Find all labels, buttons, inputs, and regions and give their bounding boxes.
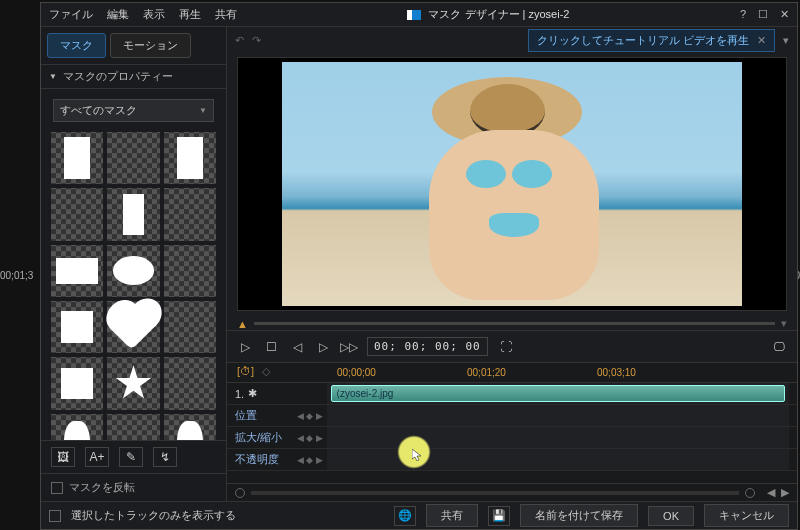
menu-edit[interactable]: 編集: [107, 7, 129, 22]
menu-share[interactable]: 共有: [215, 7, 237, 22]
menu-file[interactable]: ファイル: [49, 7, 93, 22]
mask-shape-empty-6[interactable]: [164, 357, 216, 409]
preview-viewport: [237, 57, 787, 311]
mask-shape-rect-wide[interactable]: [51, 245, 103, 297]
playhead-marker-icon: ▲: [237, 318, 248, 330]
zoom-in-icon[interactable]: [745, 488, 755, 498]
only-selected-checkbox[interactable]: [49, 510, 61, 522]
fast-forward-button[interactable]: ▷▷: [341, 339, 357, 355]
track-1[interactable]: ⟨zyosei-2.jpg: [327, 383, 789, 404]
titlebar: ファイル 編集 表示 再生 共有 マスク デザイナー | zyosei-2 ? …: [41, 3, 797, 27]
help-icon[interactable]: ?: [740, 8, 746, 21]
image-mask-icon[interactable]: 🖼: [51, 447, 75, 467]
section-mask-properties[interactable]: マスクのプロパティー: [41, 64, 226, 89]
stop-button[interactable]: ☐: [263, 339, 279, 355]
preview-scrubber[interactable]: [254, 322, 775, 325]
mask-shape-rect-narrow[interactable]: [107, 188, 159, 240]
cancel-button[interactable]: キャンセル: [704, 504, 789, 527]
track-scale-label[interactable]: 拡大/縮小: [235, 430, 282, 445]
mask-shape-person-1[interactable]: [51, 414, 103, 440]
text-mask-icon[interactable]: A+: [85, 447, 109, 467]
fullscreen-button[interactable]: ⛶: [498, 339, 514, 355]
track-opacity[interactable]: [327, 449, 789, 470]
keyframe-nav-opacity[interactable]: ◀ ◆ ▶: [297, 455, 323, 465]
mask-category-dropdown[interactable]: すべてのマスク: [53, 99, 214, 122]
menu-view[interactable]: 表示: [143, 7, 165, 22]
close-icon[interactable]: ✕: [780, 8, 789, 21]
share-button[interactable]: 共有: [426, 504, 478, 527]
keyframe-nav-scale[interactable]: ◀ ◆ ▶: [297, 433, 323, 443]
mask-shape-empty-3[interactable]: [164, 188, 216, 240]
timeline-ruler[interactable]: [⏱]◇ 00;00;00 00;01;20 00;03;10: [227, 363, 797, 383]
play-button[interactable]: ▷: [237, 339, 253, 355]
cursor-arrow-icon: [412, 449, 422, 461]
app-icon: [407, 10, 421, 20]
left-panel: マスク モーション マスクのプロパティー すべてのマスク: [41, 27, 227, 501]
maximize-icon[interactable]: ☐: [758, 8, 768, 21]
mask-shape-rect-tall[interactable]: [51, 132, 103, 184]
bg-time-left: 00;01;3: [0, 270, 33, 281]
only-selected-label: 選択したトラックのみを表示する: [71, 508, 236, 523]
zoom-chevron-right-icon[interactable]: ▶: [781, 486, 789, 499]
track-opacity-label[interactable]: 不透明度: [235, 452, 279, 467]
timecode-display[interactable]: 00; 00; 00; 00: [367, 337, 488, 356]
timeline-scrollbar[interactable]: [251, 491, 739, 495]
tab-motion[interactable]: モーション: [110, 33, 191, 58]
zoom-out-icon[interactable]: [235, 488, 245, 498]
invert-mask-label: マスクを反転: [69, 480, 135, 495]
next-frame-button[interactable]: ▷: [315, 339, 331, 355]
undo-icon[interactable]: ↶: [235, 34, 244, 47]
mask-shape-clover[interactable]: [51, 301, 103, 353]
mask-designer-dialog: ファイル 編集 表示 再生 共有 マスク デザイナー | zyosei-2 ? …: [40, 2, 798, 530]
save-icon[interactable]: 💾: [488, 506, 510, 526]
invert-mask-checkbox[interactable]: [51, 482, 63, 494]
ok-button[interactable]: OK: [648, 506, 694, 526]
preview-menu-icon[interactable]: ▾: [783, 34, 789, 47]
mask-shape-star[interactable]: [107, 357, 159, 409]
mask-shape-empty-2[interactable]: [51, 188, 103, 240]
mask-shape-person-2[interactable]: [164, 414, 216, 440]
mask-shape-square[interactable]: [51, 357, 103, 409]
timeline: [⏱]◇ 00;00;00 00;01;20 00;03;10 1. ✱ ⟨zy…: [227, 363, 797, 501]
ruler-zoom-icon[interactable]: ◇: [262, 365, 270, 378]
tutorial-close-icon[interactable]: ✕: [757, 34, 766, 47]
mask-grid: [51, 132, 216, 440]
snapshot-button[interactable]: 🖵: [771, 339, 787, 355]
mask-shape-empty[interactable]: [107, 132, 159, 184]
scrubber-end-icon: ▾: [781, 317, 787, 330]
track-position[interactable]: [327, 405, 789, 426]
mask-shape-heart[interactable]: [107, 301, 159, 353]
mask-shape-ellipse[interactable]: [107, 245, 159, 297]
tab-mask[interactable]: マスク: [47, 33, 106, 58]
keyframe-nav-position[interactable]: ◀ ◆ ▶: [297, 411, 323, 421]
redo-icon[interactable]: ↷: [252, 34, 261, 47]
mask-shape-rect-tall-2[interactable]: [164, 132, 216, 184]
tutorial-button[interactable]: クリックしてチュートリアル ビデオを再生✕: [528, 29, 775, 52]
mask-shape-empty-7[interactable]: [107, 414, 159, 440]
mask-shape-empty-5[interactable]: [164, 301, 216, 353]
clip-zyosei2[interactable]: ⟨zyosei-2.jpg: [331, 385, 785, 402]
prev-frame-button[interactable]: ◁: [289, 339, 305, 355]
menu-play[interactable]: 再生: [179, 7, 201, 22]
share-globe-icon[interactable]: 🌐: [394, 506, 416, 526]
window-title: マスク デザイナー | zyosei-2: [237, 7, 740, 22]
ruler-mode-icon[interactable]: [⏱]: [237, 365, 254, 378]
pen-mask-icon[interactable]: ↯: [153, 447, 177, 467]
brush-mask-icon[interactable]: ✎: [119, 447, 143, 467]
track-scale[interactable]: [327, 427, 789, 448]
track-position-label[interactable]: 位置: [235, 408, 257, 423]
zoom-chevron-left-icon[interactable]: ◀: [767, 486, 775, 499]
mask-shape-empty-4[interactable]: [164, 245, 216, 297]
save-as-button[interactable]: 名前を付けて保存: [520, 504, 638, 527]
